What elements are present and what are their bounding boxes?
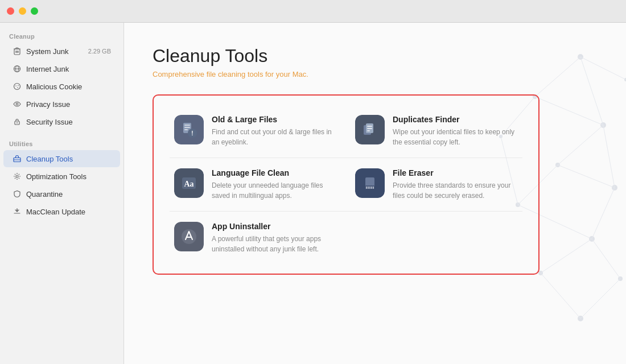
svg-point-13 xyxy=(17,122,18,123)
svg-rect-47 xyxy=(184,127,190,128)
gear-icon xyxy=(13,172,22,181)
duplicates-finder-icon-wrap xyxy=(355,115,385,144)
cleanup-section-label: Cleanup xyxy=(0,28,123,42)
svg-text:!: ! xyxy=(191,130,193,136)
lock-icon xyxy=(13,117,22,126)
empty-cell xyxy=(346,212,527,264)
file-eraser-title: File Eraser xyxy=(393,168,518,177)
svg-rect-54 xyxy=(367,128,372,129)
cleanup-tools-label: Cleanup Tools xyxy=(26,155,111,163)
quarantine-label: Quarantine xyxy=(26,190,111,198)
eraser-icon xyxy=(355,168,385,198)
internet-icon xyxy=(13,64,22,73)
sidebar-item-malicious-cookie[interactable]: Malicious Cookie xyxy=(3,78,120,95)
svg-rect-46 xyxy=(184,125,190,126)
old-large-files-desc: Find and cut out your old & large files … xyxy=(212,127,337,147)
tool-duplicates-finder[interactable]: Duplicates Finder Wipe out your identica… xyxy=(346,105,527,158)
duplicates-finder-text: Duplicates Finder Wipe out your identica… xyxy=(393,115,518,147)
language-icon: Aa xyxy=(174,168,204,198)
internet-junk-label: Internet Junk xyxy=(26,65,111,73)
system-junk-label: System Junk xyxy=(26,47,84,56)
duplicates-finder-desc: Wipe out your identical files to keep on… xyxy=(393,127,518,147)
titlebar xyxy=(0,0,626,23)
svg-point-11 xyxy=(16,103,18,105)
svg-point-16 xyxy=(16,175,18,177)
tool-old-large-files[interactable]: ! Old & Large Files Find and cut out you… xyxy=(165,105,346,158)
utilities-section-label: Utilities xyxy=(0,136,123,150)
sidebar-item-quarantine[interactable]: Quarantine xyxy=(3,185,120,202)
sidebar-item-privacy-issue[interactable]: Privacy Issue xyxy=(3,96,120,113)
duplicates-icon xyxy=(355,115,385,144)
main-content: Cleanup Tools Comprehensive file cleanin… xyxy=(124,23,626,364)
sidebar-item-internet-junk[interactable]: Internet Junk xyxy=(3,60,120,77)
language-file-desc: Delete your unneeded language files save… xyxy=(212,180,337,201)
system-junk-badge: 2.29 GB xyxy=(88,48,111,55)
security-issue-label: Security Issue xyxy=(26,118,111,126)
svg-text:Aa: Aa xyxy=(184,180,193,188)
sidebar-item-cleanup-tools[interactable]: Cleanup Tools xyxy=(3,150,120,167)
page-subtitle: Comprehensive file cleaning tools for yo… xyxy=(153,70,598,78)
old-large-files-text: Old & Large Files Find and cut out your … xyxy=(212,115,337,147)
tool-language-file-clean[interactable]: Aa Language File Clean Delete your unnee… xyxy=(165,158,346,211)
old-files-icon: ! xyxy=(174,115,204,144)
update-icon xyxy=(13,207,22,216)
svg-point-26 xyxy=(578,316,583,321)
shield-icon xyxy=(13,189,22,198)
app-uninstaller-desc: A powerful utility that gets your apps u… xyxy=(212,234,337,254)
sidebar-item-security-issue[interactable]: Security Issue xyxy=(3,113,120,130)
uninstaller-icon xyxy=(174,222,204,251)
close-button[interactable] xyxy=(7,7,14,15)
svg-point-8 xyxy=(15,85,17,86)
svg-rect-53 xyxy=(367,126,372,127)
file-eraser-text: File Eraser Provide three standards to e… xyxy=(393,168,518,201)
sidebar-item-optimization-tools[interactable]: Optimization Tools xyxy=(3,168,120,185)
cookie-icon xyxy=(13,82,22,91)
duplicates-finder-title: Duplicates Finder xyxy=(393,115,518,124)
language-file-icon-wrap: Aa xyxy=(174,168,204,198)
app-uninstaller-text: App Uninstaller A powerful utility that … xyxy=(212,222,337,254)
macclean-update-label: MacClean Update xyxy=(26,208,111,216)
svg-rect-55 xyxy=(367,130,370,131)
page-title: Cleanup Tools xyxy=(153,46,598,67)
tools-container: ! Old & Large Files Find and cut out you… xyxy=(153,94,539,275)
svg-point-10 xyxy=(18,85,19,86)
svg-point-9 xyxy=(17,87,18,88)
app-uninstaller-icon-wrap xyxy=(174,222,204,251)
file-eraser-icon-wrap xyxy=(355,168,385,198)
svg-rect-48 xyxy=(184,129,188,130)
eye-icon xyxy=(13,100,22,109)
file-eraser-desc: Provide three standards to ensure your f… xyxy=(393,180,518,201)
svg-point-7 xyxy=(14,84,20,90)
tool-app-uninstaller[interactable]: App Uninstaller A powerful utility that … xyxy=(165,212,346,264)
privacy-issue-label: Privacy Issue xyxy=(26,100,111,109)
toolbox-icon xyxy=(13,154,22,163)
sidebar-item-system-junk[interactable]: System Junk 2.29 GB xyxy=(3,43,120,60)
maximize-button[interactable] xyxy=(31,7,38,15)
tool-file-eraser[interactable]: File Eraser Provide three standards to e… xyxy=(346,158,527,211)
sidebar: Cleanup System Junk 2.29 GB xyxy=(0,23,124,364)
language-file-text: Language File Clean Delete your unneeded… xyxy=(212,168,337,201)
content-area: Cleanup Tools Comprehensive file cleanin… xyxy=(124,23,626,292)
language-file-title: Language File Clean xyxy=(212,168,337,177)
old-large-files-title: Old & Large Files xyxy=(212,115,337,124)
old-large-files-icon-wrap: ! xyxy=(174,115,204,144)
app-body: Cleanup System Junk 2.29 GB xyxy=(0,23,626,364)
minimize-button[interactable] xyxy=(19,7,26,15)
app-uninstaller-title: App Uninstaller xyxy=(212,222,337,231)
malicious-cookie-label: Malicious Cookie xyxy=(26,82,111,91)
trash-icon xyxy=(13,47,22,56)
sidebar-item-macclean-update[interactable]: MacClean Update xyxy=(3,203,120,220)
optimization-tools-label: Optimization Tools xyxy=(26,172,111,181)
